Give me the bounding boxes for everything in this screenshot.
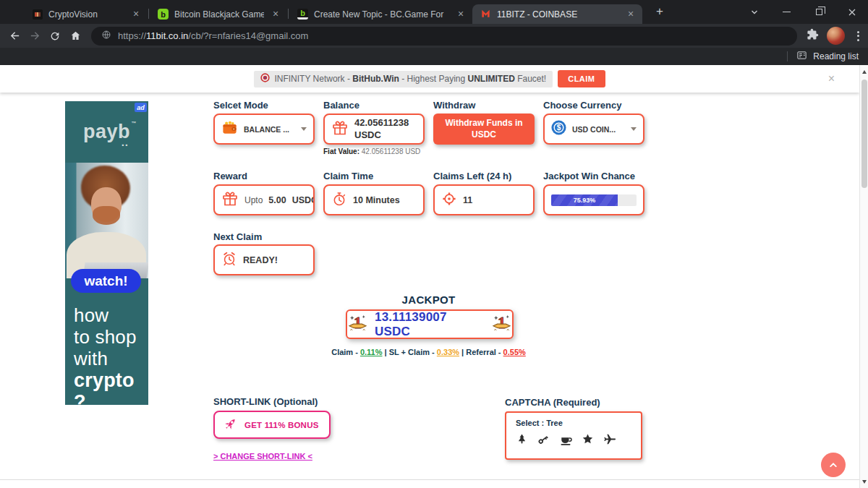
banner-text-pill[interactable]: INFINITY Network - BitHub.Win - Highest … xyxy=(254,71,553,87)
referral-rate: 0.55% xyxy=(503,348,526,356)
usdc-coin-icon: $ xyxy=(551,120,566,138)
claims-left-box: 11 xyxy=(433,184,535,215)
tab-close-icon[interactable]: × xyxy=(625,9,637,20)
close-window-button[interactable] xyxy=(835,0,868,24)
claims-left-label: Claims Left (24 h) xyxy=(433,171,511,181)
claim-time-value: 10 Minutes xyxy=(353,195,400,205)
balance-label: Balance xyxy=(323,100,359,111)
vertical-scrollbar[interactable] xyxy=(859,65,868,488)
star-icon[interactable] xyxy=(582,433,594,445)
bitz-favicon xyxy=(480,8,491,21)
jackpot-progress-percent: 75.93% xyxy=(574,197,596,204)
reward-box: Upto 5.00 USDC xyxy=(213,184,315,215)
ad-badge[interactable]: ad xyxy=(135,103,147,112)
jackpot-chance-box: 75.93% xyxy=(543,184,644,215)
bookmarks-divider xyxy=(787,51,788,61)
scrollbar-down-arrow[interactable] xyxy=(860,476,868,487)
shortlink-label: SHORT-LINK (Optional) xyxy=(213,396,318,407)
airplane-icon[interactable] xyxy=(603,432,617,446)
minimize-button[interactable] xyxy=(770,0,803,24)
tab-search-chevron-icon[interactable] xyxy=(738,0,770,24)
banner-close-icon[interactable]: × xyxy=(828,73,835,85)
url-path: /cb/?r=nfaries14@gmail.com xyxy=(188,30,308,41)
change-shortlink-link[interactable]: > CHANGE SHORT-LINK < xyxy=(213,452,312,461)
tab-cryptovision[interactable]: CryptoVision × xyxy=(25,4,148,24)
browser-toolbar: https://11bit.co.in/cb/?r=nfaries14@gmai… xyxy=(0,24,868,48)
url-scheme: https:// xyxy=(118,30,146,41)
cryptovision-favicon xyxy=(33,9,43,20)
select-mode-value: BALANCE ... xyxy=(244,125,289,134)
extensions-puzzle-icon[interactable] xyxy=(807,28,819,43)
reward-amount: 5.00 xyxy=(268,195,286,205)
site-security-globe-icon[interactable] xyxy=(101,30,111,43)
jackpot-progress-track: 75.93% xyxy=(551,194,637,206)
stopwatch-icon xyxy=(331,191,347,210)
sidebar-ad[interactable]: ad payb..™ how to shop with crypto ? xyxy=(65,101,148,405)
tree-icon[interactable] xyxy=(516,433,528,445)
browser-menu-kebab-icon[interactable] xyxy=(854,28,862,44)
ad-watch-button[interactable]: watch! xyxy=(71,269,141,293)
coffee-icon[interactable] xyxy=(559,433,572,446)
bcgame-forum-favicon: b xyxy=(297,9,308,20)
tab-11bitz-active[interactable]: 11BITZ - COINBASE × xyxy=(472,4,642,24)
captcha-options xyxy=(516,432,631,446)
reward-prefix: Upto xyxy=(244,195,263,205)
claim-banner-button[interactable]: CLAIM xyxy=(558,70,605,87)
tab-title: Bitcoin Blackjack Game - Play BTC xyxy=(174,9,264,20)
tab-close-icon[interactable]: × xyxy=(455,9,467,20)
tab-bitcoin-blackjack[interactable]: b Bitcoin Blackjack Game - Play BTC × xyxy=(150,4,287,24)
currency-dropdown[interactable]: $ USD COIN... xyxy=(543,114,644,145)
captcha-prompt: Select : Tree xyxy=(516,419,631,427)
gift-icon xyxy=(221,190,239,210)
shortlink-bonus-button[interactable]: GET 111% BONUS xyxy=(213,411,331,439)
jackpot-title: JACKPOT xyxy=(213,294,644,306)
scrollbar-thumb[interactable] xyxy=(861,80,867,188)
claim-rate: 0.11% xyxy=(360,348,383,356)
scrollbar-up-arrow[interactable] xyxy=(860,67,868,77)
tab-separator xyxy=(288,9,289,19)
back-button[interactable] xyxy=(4,26,25,46)
withdraw-funds-button[interactable]: Withdraw Funds in USDC xyxy=(433,114,535,145)
payb-logo: payb..™ xyxy=(83,121,130,143)
scroll-to-top-button[interactable] xyxy=(821,453,846,477)
first-place-medal-icon: 1 xyxy=(347,312,368,336)
jackpot-box: 1 13.11139007 USDC 1 xyxy=(346,309,514,339)
jackpot-chance-label: Jackpot Win Chance xyxy=(543,171,635,181)
restore-button[interactable] xyxy=(803,0,835,24)
currency-value: USD COIN... xyxy=(572,125,616,134)
tab-title: 11BITZ - COINBASE xyxy=(497,9,619,20)
tab-close-icon[interactable]: × xyxy=(270,9,281,20)
claims-left-value: 11 xyxy=(463,195,472,205)
address-bar[interactable]: https://11bit.co.in/cb/?r=nfaries14@gmai… xyxy=(91,27,797,46)
url-domain: 11bit.co.in xyxy=(146,30,188,41)
tab-separator xyxy=(148,9,149,19)
ad-tagline: how to shop with crypto ? xyxy=(74,304,148,405)
next-claim-box: READY! xyxy=(213,244,315,275)
tab-close-icon[interactable]: × xyxy=(130,9,142,20)
reload-button[interactable] xyxy=(45,26,65,46)
reward-unit: USDC xyxy=(292,195,315,205)
withdraw-label: Withdraw xyxy=(433,100,475,111)
window-controls xyxy=(738,0,868,24)
captcha-label: CAPTCHA (Required) xyxy=(505,397,600,408)
new-tab-button[interactable]: + xyxy=(651,3,668,20)
fiat-value: Fiat Value: 42.05611238 USD xyxy=(323,147,420,155)
home-button[interactable] xyxy=(65,26,85,46)
banner-notification-bar: INFINITY Network - BitHub.Win - Highest … xyxy=(0,65,859,93)
choose-currency-label: Choose Currency xyxy=(543,100,621,111)
forward-button[interactable] xyxy=(25,26,45,46)
svg-text:1: 1 xyxy=(354,314,362,332)
svg-text:1: 1 xyxy=(498,314,506,332)
tab-title: CryptoVision xyxy=(48,9,124,20)
jackpot-progress-fill: 75.93% xyxy=(551,194,618,206)
key-icon[interactable] xyxy=(537,433,550,445)
balance-amount: 42.05611238 USDC xyxy=(354,117,417,141)
reading-list-label[interactable]: Reading list xyxy=(813,51,859,61)
sl-claim-rate: 0.33% xyxy=(437,348,459,356)
bookmarks-bar: Reading list xyxy=(0,48,868,65)
select-mode-dropdown[interactable]: BALANCE ... xyxy=(213,114,315,145)
profile-avatar[interactable] xyxy=(827,27,845,45)
tab-create-new-topic[interactable]: b Create New Topic - BC.Game For × xyxy=(289,4,472,24)
dartboard-icon xyxy=(260,73,270,85)
svg-text:$: $ xyxy=(557,124,561,132)
